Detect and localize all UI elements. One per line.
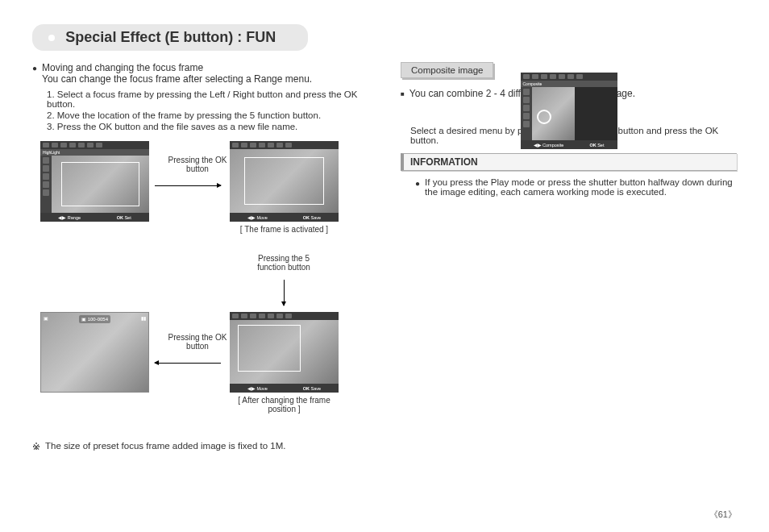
figure-grid: HighLight ◀▶ Range OK Set Pressing the O… <box>32 141 368 431</box>
focus-frame-icon <box>238 325 301 372</box>
lcd-bottom-right: Set <box>597 143 604 148</box>
lcd-photo <box>230 149 339 213</box>
lcd-sidebar <box>40 156 52 213</box>
lcd-bottombar: ◀▶ Move OK Save <box>230 384 339 393</box>
left-subtext: You can change the focus frame after sel… <box>42 73 312 85</box>
lcd-strip: HighLight <box>40 149 149 156</box>
note-text: The size of preset focus frame added ima… <box>45 441 286 452</box>
right-lcds: FUN ◀▶ Move E Exit Composite <box>401 110 737 111</box>
bullet-icon: ● <box>415 177 420 190</box>
page-title-pill: Special Effect (E button) : FUN <box>32 24 308 51</box>
information-body: ● If you press the Play mode or press th… <box>401 171 737 205</box>
lcd-frame-activated: ◀▶ Move OK Save <box>230 141 339 222</box>
lcd-strip: Composite <box>521 81 617 87</box>
lcd-bottom-ok: OK <box>303 215 310 220</box>
bullet-icon: ● <box>32 62 37 75</box>
lcd-photo <box>532 87 617 140</box>
info-bullet-row: ● If you press the Play mode or press th… <box>415 177 734 197</box>
lcd-bottom-right: Save <box>311 215 322 220</box>
lcd-composite: Composite ◀▶ Composite OK Set <box>521 73 617 149</box>
lcd-topbar <box>40 141 149 149</box>
lcd-bottom-right: Save <box>311 386 322 391</box>
file-number: ▣ 100-0054 <box>79 315 110 323</box>
left-heading: Moving and changing the focus frame <box>42 62 312 73</box>
right-column: Composite image ■ You can combine 2 - 4 … <box>401 62 737 452</box>
arrow2-label: Pressing the 5 function button <box>243 254 324 272</box>
selection-circle-icon <box>537 110 551 124</box>
lcd-bottom-left: Move <box>256 386 267 391</box>
lcd-bottom-left: Composite <box>542 143 563 148</box>
lcd-topbar <box>230 141 339 149</box>
info-bullet-text: If you press the Play mode or press the … <box>425 177 734 197</box>
lcd-bottombar: ◀▶ Range OK Set <box>40 213 149 222</box>
lcd-bottom-ok: OK <box>303 386 310 391</box>
photo-topline: ▣ ▣ 100-0054 ▮▮ <box>44 315 146 323</box>
lcd-bottom-ok: OK <box>589 143 596 148</box>
lcd-topbar <box>521 73 617 81</box>
lcd3-caption: [ After changing the frame position ] <box>230 396 339 414</box>
step-2: 2. Move the location of the frame by pre… <box>47 110 368 120</box>
lcd-bottombar: ◀▶ Move OK Save <box>230 213 339 222</box>
lcd-bottombar: ◀▶ Composite OK Set <box>521 140 617 149</box>
arrow1-label: Pressing the OK button <box>157 156 238 173</box>
play-icon: ▣ <box>44 315 48 323</box>
left-column: ● Moving and changing the focus frame Yo… <box>32 62 368 452</box>
lcd-frame-moved: ◀▶ Move OK Save <box>230 312 339 393</box>
lcd-sidebar <box>521 87 532 140</box>
left-heading-row: ● Moving and changing the focus frame Yo… <box>32 62 368 85</box>
lcd-topbar <box>230 312 339 320</box>
step-3: 3. Press the OK button and the file save… <box>47 122 368 131</box>
page-title: Special Effect (E button) : FUN <box>65 29 276 45</box>
information-title: INFORMATION <box>410 156 478 168</box>
lcd2-caption: [ The frame is activated ] <box>230 225 339 234</box>
columns: ● Moving and changing the focus frame Yo… <box>32 62 737 452</box>
lcd-bottom-left: Range <box>68 215 81 220</box>
focus-frame-icon <box>244 157 324 205</box>
step-1: 1. Select a focus frame by pressing the … <box>47 89 368 109</box>
steps-list: 1. Select a focus frame by pressing the … <box>47 89 368 131</box>
arrow-right-1-icon <box>155 185 221 186</box>
left-heading-block: Moving and changing the focus frame You … <box>42 62 312 85</box>
square-bullet-icon: ■ <box>401 88 405 101</box>
note-line: ※ The size of preset focus frame added i… <box>32 441 368 452</box>
lcd-bottom-right: Set <box>124 215 131 220</box>
page-number: 《61》 <box>709 509 737 521</box>
lcd-photo <box>230 320 339 384</box>
note-symbol: ※ <box>32 441 40 452</box>
lcd-bottom-left: Move <box>256 215 267 220</box>
information-header: INFORMATION <box>401 153 737 171</box>
lcd-highlight: HighLight ◀▶ Range OK Set <box>40 141 149 222</box>
lcd-photo <box>52 156 149 213</box>
arrow-left-icon <box>155 363 221 364</box>
battery-icon: ▮▮ <box>141 315 146 323</box>
lcd-bottom-ok: OK <box>117 215 123 220</box>
arrow-down-icon <box>284 280 285 305</box>
focus-frame-icon <box>61 162 139 206</box>
saved-photo: ▣ ▣ 100-0054 ▮▮ <box>40 312 149 393</box>
composite-box-label: Composite image <box>401 62 493 78</box>
arrow3-label: Pressing the OK button <box>157 333 238 351</box>
